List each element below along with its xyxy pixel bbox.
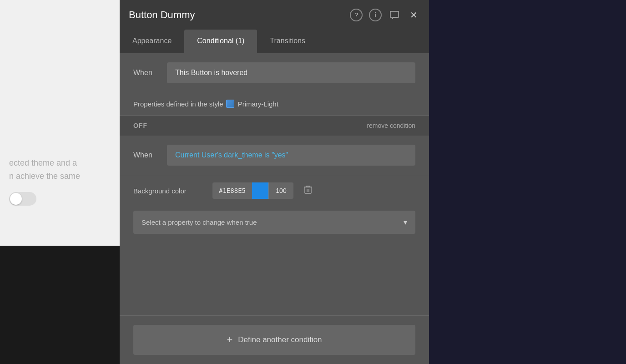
main-panel: Button Dummy ? i ✕ Appearance Con [120, 0, 429, 364]
tab-transitions[interactable]: Transitions [257, 30, 318, 53]
condition1-section: When This Button is hovered [120, 53, 429, 92]
trash-icon[interactable] [303, 185, 313, 197]
when-value-box-2[interactable]: Current User's dark_theme is "yes" [167, 145, 415, 166]
tab-conditional[interactable]: Conditional (1) [184, 30, 257, 53]
tab-appearance[interactable]: Appearance [120, 30, 184, 53]
color-swatch[interactable] [252, 182, 268, 199]
toggle-container [9, 192, 111, 207]
select-property-dropdown[interactable]: Select a property to change when true ▾ [133, 211, 415, 234]
when-label-2: When [133, 151, 161, 159]
panel-footer: + Define another condition [120, 315, 429, 364]
bg-text: ected theme and a n achieve the same [9, 157, 111, 183]
panel-content: When This Button is hovered Properties d… [120, 53, 429, 315]
info-icon[interactable]: i [369, 9, 382, 21]
svg-rect-0 [305, 187, 311, 193]
plus-icon: + [227, 334, 232, 346]
off-header: OFF remove condition [133, 122, 415, 129]
bg-color-label: Background color [133, 187, 206, 195]
select-property-text: Select a property to change when true [141, 218, 257, 226]
define-condition-button[interactable]: + Define another condition [133, 325, 415, 355]
panel-header: Button Dummy ? i ✕ [120, 0, 429, 30]
comment-icon[interactable] [388, 9, 401, 21]
condition2-section: When Current User's dark_theme is "yes" [120, 136, 429, 175]
color-input-group[interactable]: #1E88E5 [212, 182, 293, 199]
off-section: OFF remove condition [120, 116, 429, 136]
when-value-box-1[interactable]: This Button is hovered [167, 62, 415, 83]
when-row-1: When This Button is hovered [133, 62, 415, 83]
opacity-input[interactable] [268, 182, 293, 199]
remove-condition-button[interactable]: remove condition [367, 122, 415, 129]
chevron-down-icon: ▾ [404, 218, 407, 227]
header-icons: ? i ✕ [350, 9, 420, 21]
background-color-row: Background color #1E88E5 [120, 175, 429, 206]
tabs-bar: Appearance Conditional (1) Transitions [120, 30, 429, 53]
background-bottom [0, 246, 121, 364]
when-row-2: When Current User's dark_theme is "yes" [133, 145, 415, 166]
help-icon[interactable]: ? [350, 9, 363, 21]
properties-row: Properties defined in the style Primary-… [120, 92, 429, 115]
panel-title: Button Dummy [129, 9, 195, 21]
when-label-1: When [133, 69, 161, 77]
toggle-switch[interactable] [9, 192, 36, 206]
style-icon [226, 100, 234, 108]
close-icon[interactable]: ✕ [407, 9, 420, 21]
off-label: OFF [133, 122, 147, 129]
define-button-label: Define another condition [238, 335, 322, 344]
color-hex-value: #1E88E5 [212, 182, 252, 199]
